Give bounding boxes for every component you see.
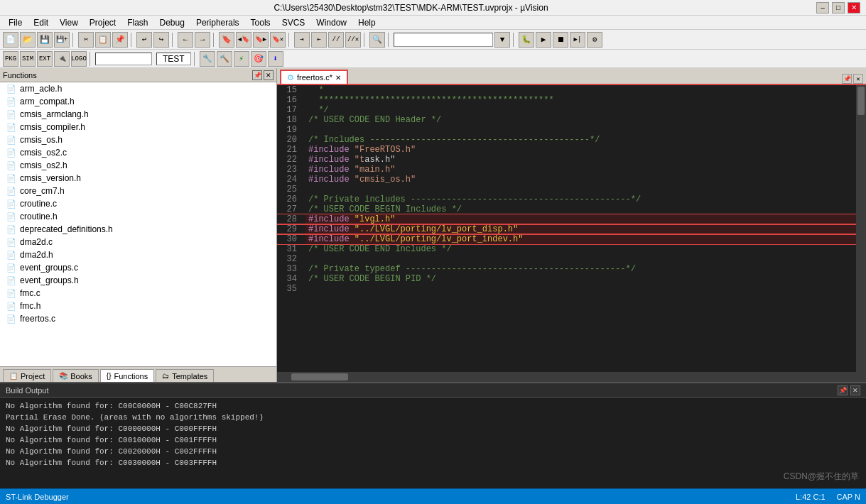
bookmark-next-btn[interactable]: 🔖▶ [253,32,269,48]
tree-item-cmsis_compiler-h[interactable]: 📄 cmsis_compiler.h [0,121,276,133]
step-btn[interactable]: ▶| [570,32,585,48]
tree-item-cmsis_os-h[interactable]: 📄 cmsis_os.h [0,133,276,146]
comment-btn[interactable]: // [328,32,344,48]
code-content[interactable]: /* USER CODE BEGIN Includes */ [305,204,856,214]
combo-drop-btn[interactable]: ▼ [494,32,510,48]
code-content[interactable]: /* Private typedef ---------------------… [305,264,856,274]
project-combo[interactable] [95,53,152,65]
vscroll-thumb[interactable] [857,87,865,115]
bookmark-btn[interactable]: 🔖 [219,32,234,48]
tree-item-event_groups-h[interactable]: 📄 event_groups.h [0,274,276,287]
code-content[interactable]: #include "lvgl.h" [305,214,856,224]
tree-item-cmsis_os2-c[interactable]: 📄 cmsis_os2.c [0,146,276,159]
code-content[interactable] [305,284,856,294]
undo-btn[interactable]: ↩ [136,32,152,48]
build-btn[interactable]: 🔨 [217,51,232,67]
left-tab-books[interactable]: 📚Books [53,369,99,382]
minimize-button[interactable]: – [816,2,829,13]
nav-back-btn[interactable]: ← [178,32,193,48]
left-tab-project[interactable]: 📋Project [3,369,51,382]
menu-item-help[interactable]: Help [352,16,381,30]
code-content[interactable]: /* Includes ----------------------------… [305,135,856,145]
code-area[interactable]: 15 *16 *********************************… [277,85,856,372]
maximize-button[interactable]: □ [832,2,845,13]
close-button[interactable]: ✕ [848,2,860,13]
menu-item-svcs[interactable]: SVCS [276,16,311,30]
editor-close-btn[interactable]: ✕ [853,74,863,84]
code-content[interactable]: /* USER CODE END Header */ [305,115,856,125]
left-tab-templates[interactable]: 🗂Templates [156,369,214,382]
uncomment-btn[interactable]: //✕ [345,32,361,48]
build-pin-btn[interactable]: 📌 [838,385,848,395]
tree-item-deprecated_definitions-h[interactable]: 📄 deprecated_definitions.h [0,223,276,236]
menu-item-project[interactable]: Project [84,16,121,30]
editor-tab-freertos-c[interactable]: ⚙freertos.c*✕ [280,70,348,84]
symbol-combo[interactable]: LV_MEM_SIZE [394,33,493,47]
menu-item-window[interactable]: Window [310,16,352,30]
tree-item-fmc-h[interactable]: 📄 fmc.h [0,300,276,312]
tab-close-btn[interactable]: ✕ [335,74,341,82]
target-btn[interactable]: 🎯 [251,51,266,67]
code-content[interactable]: #include "FreeRTOS.h" [305,145,856,155]
open-btn[interactable]: 📂 [20,32,36,48]
bookmark-prev-btn[interactable]: ◀🔖 [236,32,251,48]
logo-btn[interactable]: LOGO [71,51,87,67]
build-close-btn[interactable]: ✕ [850,385,860,395]
code-content[interactable]: */ [305,105,856,115]
indent-btn[interactable]: ⇥ [294,32,310,48]
new-btn[interactable]: 📄 [3,32,18,48]
save-btn[interactable]: 💾 [37,32,53,48]
stop-btn[interactable]: ⏹ [553,32,568,48]
panel-pin-btn[interactable]: 📌 [252,70,262,80]
tree-item-cmsis_os2-h[interactable]: 📄 cmsis_os2.h [0,159,276,172]
download-btn[interactable]: ⬇ [268,51,283,67]
menu-item-tools[interactable]: Tools [245,16,276,30]
tree-item-croutine-h[interactable]: 📄 croutine.h [0,210,276,223]
tree-item-core_cm7-h[interactable]: 📄 core_cm7.h [0,185,276,197]
code-content[interactable]: /* USER CODE BEGIN PID */ [305,274,856,284]
vertical-scrollbar[interactable] [856,85,866,372]
save-all-btn[interactable]: 💾+ [54,32,70,48]
menu-item-debug[interactable]: Debug [154,16,190,30]
tree-item-event_groups-c[interactable]: 📄 event_groups.c [0,261,276,274]
paste-btn[interactable]: 📌 [112,32,128,48]
tree-item-arm_acle-h[interactable]: 📄 arm_acle.h [0,82,276,95]
menu-item-edit[interactable]: Edit [28,16,54,30]
code-content[interactable]: /* Private includes --------------------… [305,195,856,204]
unindent-btn[interactable]: ⇤ [311,32,327,48]
tree-item-cmsis_armclang-h[interactable]: 📄 cmsis_armclang.h [0,108,276,121]
code-content[interactable] [305,125,856,135]
tree-item-cmsis_version-h[interactable]: 📄 cmsis_version.h [0,172,276,185]
ext-btn[interactable]: EXT [37,51,53,67]
find-btn[interactable]: 🔍 [369,32,385,48]
code-content[interactable] [305,254,856,264]
hscroll-thumb[interactable] [291,373,348,380]
menu-item-peripherals[interactable]: Peripherals [190,16,245,30]
ext2-btn[interactable]: 🔌 [54,51,70,67]
sim-btn[interactable]: SIM [20,51,36,67]
code-content[interactable]: * [305,85,856,95]
cut-btn[interactable]: ✂ [78,32,94,48]
tree-item-dma2d-c[interactable]: 📄 dma2d.c [0,236,276,248]
menu-item-file[interactable]: File [3,16,28,30]
config-btn[interactable]: 🔧 [200,51,215,67]
code-content[interactable]: #include "../LVGL/porting/lv_port_indev.… [305,234,856,244]
code-content[interactable]: /* USER CODE END Includes */ [305,244,856,254]
settings-btn[interactable]: ⚙ [587,32,602,48]
menu-item-flash[interactable]: Flash [121,16,153,30]
code-content[interactable]: #include "../LVGL/porting/lv_port_disp.h… [305,224,856,234]
tree-item-fmc-c[interactable]: 📄 fmc.c [0,287,276,300]
code-content[interactable]: #include "cmsis_os.h" [305,175,856,185]
tree-item-croutine-c[interactable]: 📄 croutine.c [0,197,276,210]
editor-pin-btn[interactable]: 📌 [842,74,852,84]
code-content[interactable]: #include "task.h" [305,155,856,165]
menu-item-view[interactable]: View [54,16,84,30]
nav-fwd-btn[interactable]: → [195,32,210,48]
redo-btn[interactable]: ↪ [153,32,169,48]
dbg-btn[interactable]: 🐛 [519,32,534,48]
panel-close-btn[interactable]: ✕ [264,70,274,80]
pkg-btn[interactable]: PKG [3,51,18,67]
run-btn[interactable]: ▶ [536,32,551,48]
flash-btn[interactable]: ⚡ [234,51,249,67]
tree-item-freertos-c[interactable]: 📄 freertos.c [0,312,276,325]
